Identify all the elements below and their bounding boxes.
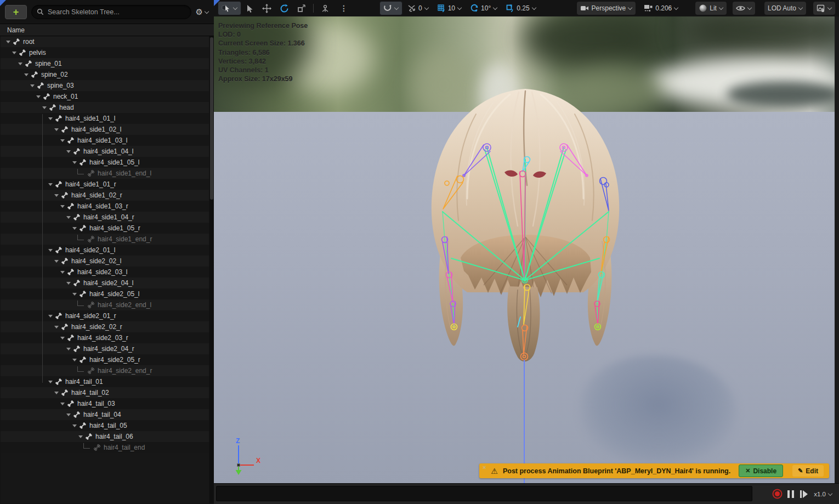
expand-arrow-icon[interactable]: [60, 139, 65, 142]
expand-arrow-icon[interactable]: [72, 227, 77, 230]
close-icon[interactable]: ×: [483, 465, 486, 471]
tree-row-spine_03[interactable]: spine_03: [1, 80, 209, 91]
coordinate-space-button[interactable]: [318, 2, 333, 15]
tree-row-hair4_tail_03[interactable]: hair4_tail_03: [1, 398, 209, 409]
tree-row-spine_02[interactable]: spine_02: [1, 69, 209, 80]
tree-row-hair4_side1_04_l[interactable]: hair4_side1_04_l: [1, 146, 209, 157]
tree-row-hair4_side1_02_r[interactable]: hair4_side1_02_r: [1, 190, 209, 201]
tree-row-hair4_side1_02_l[interactable]: hair4_side1_02_l: [1, 124, 209, 135]
tree-row-hair4_side2_01_l[interactable]: hair4_side2_01_l: [1, 245, 209, 256]
tree-row-hair4_tail_05[interactable]: hair4_tail_05: [1, 420, 209, 431]
show-flags-dropdown[interactable]: [733, 2, 755, 15]
expand-arrow-icon[interactable]: [54, 194, 59, 197]
expand-arrow-icon[interactable]: [66, 414, 71, 416]
record-button[interactable]: [775, 491, 780, 496]
tree-row-hair4_side2_end_r[interactable]: hair4_side2_end_r: [1, 365, 209, 376]
expand-arrow-icon[interactable]: [48, 381, 53, 383]
screen-size-dropdown[interactable]: 0.206: [640, 2, 682, 15]
tree-row-hair4_tail_end[interactable]: hair4_tail_end: [1, 442, 209, 453]
snap-cycle-dropdown[interactable]: [379, 1, 403, 15]
expand-arrow-icon[interactable]: [72, 161, 77, 164]
expand-arrow-icon[interactable]: [6, 41, 10, 43]
expand-arrow-icon[interactable]: [48, 117, 53, 120]
tree-row-hair4_side2_03_l[interactable]: hair4_side2_03_l: [1, 267, 209, 278]
tree-row-hair4_side2_02_l[interactable]: hair4_side2_02_l: [1, 256, 209, 267]
add-bone-button[interactable]: +: [5, 5, 27, 19]
tree-row-hair4_tail_06[interactable]: hair4_tail_06: [1, 431, 209, 442]
tree-row-hair4_side1_04_r[interactable]: hair4_side1_04_r: [1, 212, 209, 223]
tree-row-hair4_side1_03_l[interactable]: hair4_side1_03_l: [1, 135, 209, 146]
tree-settings-button[interactable]: ⚙: [196, 8, 209, 16]
select-tool-button[interactable]: [243, 2, 257, 15]
tree-row-hair4_side2_end_l[interactable]: hair4_side2_end_l: [1, 299, 209, 310]
step-forward-button[interactable]: [800, 490, 808, 498]
edit-button[interactable]: ✎ Edit: [792, 465, 824, 477]
tree-row-hair4_tail_04[interactable]: hair4_tail_04: [1, 409, 209, 420]
tree-row-hair4_side1_05_r[interactable]: hair4_side1_05_r: [1, 223, 209, 234]
expand-arrow-icon[interactable]: [12, 52, 16, 54]
move-tool-button[interactable]: [259, 2, 275, 15]
disable-button[interactable]: ✕ Disable: [739, 465, 783, 477]
expand-arrow-icon[interactable]: [60, 403, 65, 405]
tree-row-hair4_side2_02_r[interactable]: hair4_side2_02_r: [1, 321, 209, 332]
rotation-snap-dropdown[interactable]: 10°: [467, 2, 501, 15]
expand-arrow-icon[interactable]: [66, 150, 71, 153]
timeline-scrubber[interactable]: [216, 486, 752, 501]
expand-arrow-icon[interactable]: [72, 424, 77, 427]
expand-arrow-icon[interactable]: [60, 337, 65, 339]
tree-row-hair4_side1_end_r[interactable]: hair4_side1_end_r: [1, 234, 209, 245]
expand-arrow-icon[interactable]: [42, 106, 47, 109]
expand-arrow-icon[interactable]: [60, 205, 65, 208]
tree-row-hair4_side1_05_l[interactable]: hair4_side1_05_l: [1, 157, 209, 168]
tree-row-head[interactable]: head: [1, 102, 209, 113]
tree-row-hair4_side1_end_l[interactable]: hair4_side1_end_l: [1, 168, 209, 179]
lod-dropdown[interactable]: LOD Auto: [764, 2, 806, 15]
expand-arrow-icon[interactable]: [72, 359, 77, 361]
grid-snap-dropdown[interactable]: 10: [434, 2, 465, 15]
scale-snap-dropdown[interactable]: 0.25: [502, 2, 539, 15]
expand-arrow-icon[interactable]: [54, 128, 59, 131]
expand-arrow-icon[interactable]: [24, 73, 29, 76]
pause-button[interactable]: [787, 490, 794, 498]
expand-arrow-icon[interactable]: [18, 63, 22, 65]
tree-scrollbar[interactable]: [209, 36, 214, 503]
tree-row-hair4_side2_05_l[interactable]: hair4_side2_05_l: [1, 288, 209, 299]
tree-row-hair4_tail_02[interactable]: hair4_tail_02: [1, 387, 209, 398]
expand-arrow-icon[interactable]: [54, 326, 59, 329]
tree-row-hair4_side2_04_r[interactable]: hair4_side2_04_r: [1, 343, 209, 354]
viewport-options-button[interactable]: ⋮: [335, 2, 353, 15]
tree-row-neck_01[interactable]: neck_01: [1, 91, 209, 102]
tree-row-pelvis[interactable]: pelvis: [1, 47, 209, 58]
expand-arrow-icon[interactable]: [48, 183, 53, 186]
expand-arrow-icon[interactable]: [72, 293, 77, 296]
playback-speed-dropdown[interactable]: x1.0: [814, 491, 832, 497]
viewport-scene[interactable]: Z X Previewing Reference Pose LOD: 0 Cur…: [214, 16, 835, 484]
search-input[interactable]: Search Skeleton Tree...: [31, 5, 191, 19]
tree-row-spine_01[interactable]: spine_01: [1, 58, 209, 69]
expand-arrow-icon[interactable]: [54, 392, 59, 394]
expand-arrow-icon[interactable]: [78, 435, 83, 438]
expand-arrow-icon[interactable]: [36, 95, 41, 98]
expand-arrow-icon[interactable]: [60, 271, 65, 274]
screenshot-dropdown[interactable]: [813, 2, 835, 15]
tree-row-hair4_side1_01_r[interactable]: hair4_side1_01_r: [1, 179, 209, 190]
tree-row-hair4_side1_01_l[interactable]: hair4_side1_01_l: [1, 113, 209, 124]
camera-perspective-dropdown[interactable]: Perspective: [577, 2, 636, 15]
rotate-tool-button[interactable]: [276, 2, 292, 15]
tree-row-hair4_side2_04_l[interactable]: hair4_side2_04_l: [1, 278, 209, 288]
expand-arrow-icon[interactable]: [66, 348, 71, 350]
expand-arrow-icon[interactable]: [30, 84, 35, 87]
expand-arrow-icon[interactable]: [48, 249, 53, 252]
tree-row-hair4_side2_05_r[interactable]: hair4_side2_05_r: [1, 354, 209, 365]
tree-row-root[interactable]: root: [1, 36, 209, 47]
select-mode-dropdown[interactable]: [218, 1, 241, 15]
tree-row-hair4_tail_01[interactable]: hair4_tail_01: [1, 376, 209, 387]
expand-arrow-icon[interactable]: [66, 282, 71, 285]
tree-scrollbar-thumb[interactable]: [210, 37, 213, 200]
tree-row-hair4_side2_01_r[interactable]: hair4_side2_01_r: [1, 310, 209, 321]
expand-arrow-icon[interactable]: [48, 315, 53, 318]
tree-row-hair4_side1_03_r[interactable]: hair4_side1_03_r: [1, 201, 209, 212]
expand-arrow-icon[interactable]: [66, 216, 71, 219]
view-mode-dropdown[interactable]: Lit: [695, 2, 727, 15]
surface-snap-dropdown[interactable]: 0: [404, 2, 432, 15]
